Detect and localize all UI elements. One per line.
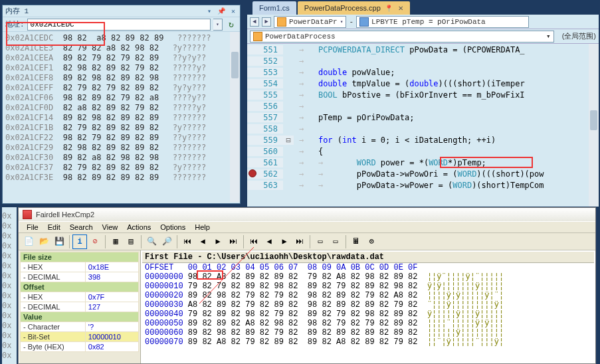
tab-powerdataprocess[interactable]: PowerDataProcess.cpp📍✕	[298, 1, 410, 15]
view1-icon[interactable]: ▭	[313, 234, 328, 249]
var-icon	[359, 17, 369, 27]
gutter-prefix: 0x	[2, 261, 17, 271]
memory-row[interactable]: 0x02A1CF14 89 82 98 82 89 82 89 ???????	[5, 113, 237, 123]
next-icon[interactable]: ▶	[211, 234, 225, 249]
hexcmp-menubar: FileEditSearchViewActionsOptionsHelp	[19, 221, 595, 233]
memory-row[interactable]: 0x02A1CF0D 82 a8 82 89 82 79 82 ?????y?	[5, 103, 237, 113]
module-icon	[253, 32, 262, 41]
hexcmp-titlebar[interactable]: Fairdell HexCmp2	[19, 208, 595, 221]
menu-actions[interactable]: Actions	[123, 222, 155, 232]
close-icon[interactable]: ✕	[229, 7, 237, 15]
hexcmp-hex-view[interactable]: First File - C:\Users\ucliaohh\Desktop\r…	[141, 250, 595, 363]
memory-row[interactable]: 0x02A1CEDC 98 82 a8 82 89 82 89 ???????	[5, 33, 237, 43]
address-input[interactable]	[27, 19, 211, 31]
menu-search[interactable]: Search	[66, 222, 97, 232]
menu-help[interactable]: Help	[191, 222, 214, 232]
code-line[interactable]: 552→	[247, 55, 599, 66]
class-dropdown[interactable]: PowerDataPr▾	[274, 16, 346, 28]
memory-row[interactable]: 0x02A1CF29 82 98 82 89 82 89 82 ???????	[5, 143, 237, 153]
code-line[interactable]: 558→	[247, 123, 599, 134]
nav-back-icon[interactable]: ◄	[250, 17, 259, 27]
info-icon[interactable]: i	[72, 234, 87, 249]
nav-fwd-icon[interactable]: ►	[262, 17, 271, 27]
pin-icon[interactable]: 📌	[217, 7, 225, 15]
code-line[interactable]: 555→ BOOL bPostive = (bFixOrInvert == m_…	[247, 89, 599, 100]
next2-icon[interactable]: ▶	[277, 234, 292, 249]
scrollbar[interactable]	[589, 44, 599, 207]
memory-row[interactable]: 0x02A1CF06 98 82 89 82 79 82 a8 ????y??	[5, 93, 237, 103]
code-line[interactable]: 560→ {	[247, 145, 599, 157]
close-icon[interactable]: ✕	[398, 5, 403, 12]
settings-icon[interactable]: ⚙	[364, 234, 379, 249]
menu-options[interactable]: Options	[156, 222, 189, 232]
process-dropdown[interactable]: PowerDataProcess▾	[250, 31, 554, 43]
code-line[interactable]: 554→ double tmpValue = (double)(((short)…	[247, 78, 599, 89]
code-line[interactable]: 556→	[247, 100, 599, 112]
memory-row[interactable]: 0x02A1CEEA 89 82 79 82 79 82 89 ??y?y??	[5, 53, 237, 63]
tab-form1[interactable]: Form1.cs	[252, 1, 296, 15]
view2-icon[interactable]: ▭	[328, 234, 343, 249]
code-area[interactable]: 551→ PCPOWERDATA_DIRECT pPowData = (PCPO…	[247, 44, 599, 207]
address-bar: 地址: ▾ ↻	[3, 17, 240, 32]
code-line[interactable]: 561→ → WORD power = *(WORD*)pTemp;	[247, 157, 599, 168]
memory-panel: 内存 1 ▾ 📌 ✕ 地址: ▾ ↻ 0x02A1CEDC 98 82 a8 8…	[2, 5, 241, 204]
memory-hex-view[interactable]: 0x02A1CEDC 98 82 a8 82 89 82 89 ???????0…	[3, 32, 240, 202]
save-icon[interactable]: 💾	[52, 234, 66, 249]
code-line[interactable]: 559⊟→ for (int i = 0; i < iDataLength; +…	[247, 134, 599, 145]
hex-row[interactable]: 00000000 98 82 A8 82 89 82 89 82 79 82 A…	[142, 272, 594, 282]
find-next-icon[interactable]: 🔎	[159, 234, 174, 249]
menu-file[interactable]: File	[23, 222, 43, 232]
function-dropdown[interactable]: LPBYTE pTemp = pOriPowData	[356, 16, 529, 28]
memory-row[interactable]: 0x02A1CF1B 82 79 82 89 82 89 82 ?y?????	[5, 123, 237, 133]
prev-icon[interactable]: ◀	[195, 234, 210, 249]
find-icon[interactable]: 🔍	[144, 234, 159, 249]
code-line[interactable]: 557→ pTemp = pOriPowData;	[247, 112, 599, 123]
code-line[interactable]: 562→ → pPowData->wPowOri = (WORD)(((shor…	[247, 168, 599, 179]
nav-bar: ◄ ► PowerDataPr▾ - LPBYTE pTemp = pOriPo…	[247, 15, 599, 29]
hex-row[interactable]: 00000020 89 82 98 82 79 82 79 82 98 82 8…	[142, 291, 594, 300]
memory-row[interactable]: 0x02A1CF22 98 82 79 82 89 82 89 ??y????	[5, 133, 237, 143]
dropdown-icon[interactable]: ▾	[205, 7, 213, 15]
menu-view[interactable]: View	[98, 222, 122, 232]
calc-icon[interactable]: 🖩	[349, 234, 363, 249]
address-dropdown-icon[interactable]: ▾	[213, 19, 223, 31]
hex-row[interactable]: 00000070 89 82 A8 82 79 82 89 82 89 82 A…	[142, 337, 594, 347]
hex-row[interactable]: 00000040 79 82 89 82 98 82 79 82 89 82 7…	[142, 310, 594, 319]
code-line[interactable]: 553→ double powValue;	[247, 66, 599, 78]
refresh-icon[interactable]: ↻	[225, 19, 237, 31]
hex-row[interactable]: 00000050 89 82 89 82 A8 82 98 82 98 82 7…	[142, 319, 594, 328]
grid2-icon[interactable]: ▤	[124, 234, 138, 249]
hex-row[interactable]: 00000010 79 82 79 82 89 82 98 82 89 82 7…	[142, 282, 594, 291]
pin-icon[interactable]: 📍	[385, 5, 393, 12]
app-icon	[23, 210, 32, 219]
gutter-prefix: 0x	[2, 211, 17, 221]
cancel-icon[interactable]: ⊘	[88, 234, 102, 249]
memory-row[interactable]: 0x02A1CF30 89 82 a8 82 98 82 98 ???????	[5, 153, 237, 163]
scrollbar[interactable]	[230, 32, 240, 202]
open-icon[interactable]: 📂	[37, 234, 51, 249]
new-icon[interactable]: 📄	[21, 234, 36, 249]
first-icon[interactable]: ⏮	[180, 234, 195, 249]
prop-filesize-hdr: File size	[21, 252, 139, 262]
menu-edit[interactable]: Edit	[44, 222, 64, 232]
last2-icon[interactable]: ⏭	[292, 234, 307, 249]
code-line[interactable]: 551→ PCPOWERDATA_DIRECT pPowData = (PCPO…	[247, 44, 599, 55]
address-label: 地址:	[5, 19, 25, 29]
memory-row[interactable]: 0x02A1CEF1 82 98 82 89 82 79 82 ?????y?	[5, 63, 237, 73]
last-icon[interactable]: ⏭	[226, 234, 241, 249]
memory-row[interactable]: 0x02A1CEE3 82 79 82 a8 82 98 82 ?y?????	[5, 43, 237, 53]
memory-row[interactable]: 0x02A1CEFF 82 79 82 79 82 89 82 ?y?y???	[5, 83, 237, 93]
hex-row[interactable]: 00000030 A8 82 89 82 79 82 89 82 98 82 8…	[142, 300, 594, 310]
memory-row[interactable]: 0x02A1CF37 82 79 82 89 82 89 82 ?y?????	[5, 163, 237, 173]
grid-icon[interactable]: ▦	[108, 234, 123, 249]
left-gutter-strip: 0x0x0x0x0x0x0x0x0x0x0x0x0x0x0x	[2, 207, 17, 364]
hex-row[interactable]: 00000060 89 82 98 82 89 82 79 82 89 82 8…	[142, 328, 594, 337]
editor-tabs: Form1.cs PowerDataProcess.cpp📍✕	[247, 0, 599, 15]
first2-icon[interactable]: ⏮	[247, 234, 261, 249]
prev2-icon[interactable]: ◀	[262, 234, 276, 249]
breakpoint-icon[interactable]	[249, 169, 256, 177]
code-line[interactable]: 563→ → pPowData->wPower = (WORD)(short)T…	[247, 179, 599, 191]
gutter-prefix: 0x	[2, 311, 17, 321]
memory-row[interactable]: 0x02A1CEF8 89 82 98 82 89 82 98 ???????	[5, 73, 237, 83]
memory-row[interactable]: 0x02A1CF3E 98 82 89 82 89 82 89 ???????	[5, 173, 237, 183]
